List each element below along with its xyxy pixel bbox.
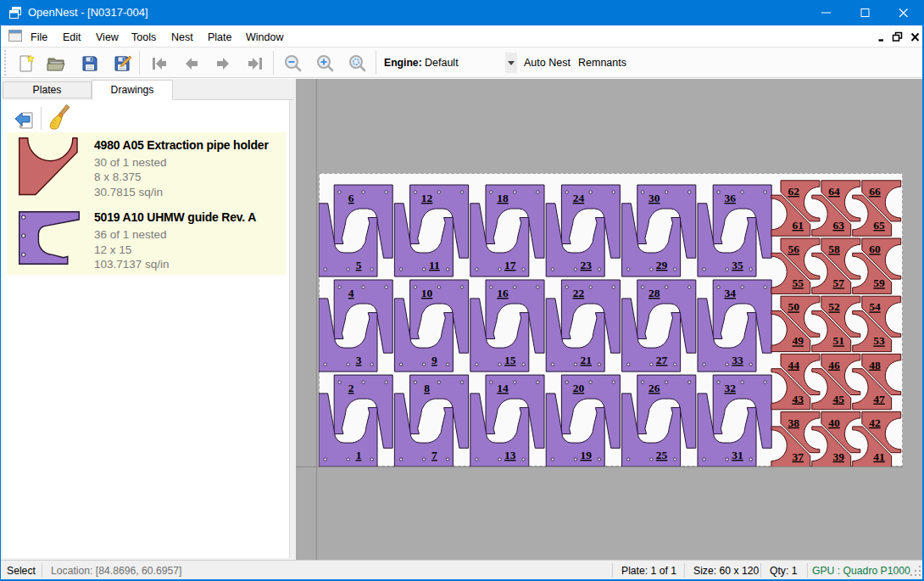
svg-text:42: 42: [869, 416, 881, 429]
svg-text:10: 10: [421, 287, 433, 299]
svg-text:20: 20: [573, 382, 585, 394]
svg-text:31: 31: [732, 449, 743, 461]
svg-text:19: 19: [580, 449, 592, 461]
svg-text:53: 53: [873, 334, 885, 347]
svg-text:14: 14: [497, 382, 509, 394]
svg-text:37: 37: [793, 450, 804, 463]
svg-text:40: 40: [828, 416, 840, 429]
svg-text:45: 45: [832, 393, 844, 405]
svg-text:41: 41: [873, 450, 885, 463]
svg-text:28: 28: [648, 287, 660, 299]
svg-text:16: 16: [497, 287, 509, 299]
svg-text:64: 64: [828, 185, 840, 198]
svg-text:57: 57: [832, 277, 844, 289]
svg-text:39: 39: [832, 450, 844, 463]
svg-text:1: 1: [356, 449, 362, 461]
svg-text:44: 44: [788, 359, 799, 372]
svg-text:23: 23: [580, 259, 592, 271]
svg-text:35: 35: [732, 259, 743, 271]
svg-text:2: 2: [348, 382, 354, 394]
svg-text:25: 25: [656, 449, 668, 461]
svg-text:56: 56: [788, 243, 799, 255]
svg-text:8: 8: [424, 382, 430, 394]
svg-text:21: 21: [580, 354, 592, 366]
svg-text:22: 22: [573, 287, 585, 299]
svg-text:6: 6: [348, 192, 354, 204]
svg-text:26: 26: [648, 382, 660, 394]
svg-text:17: 17: [504, 259, 516, 271]
svg-text:32: 32: [724, 382, 736, 394]
svg-text:33: 33: [732, 354, 743, 366]
svg-text:62: 62: [788, 185, 799, 198]
svg-text:66: 66: [869, 185, 881, 198]
svg-text:54: 54: [869, 300, 881, 313]
svg-text:3: 3: [356, 354, 362, 366]
svg-text:5: 5: [356, 259, 362, 271]
svg-text:30: 30: [648, 192, 660, 204]
svg-text:58: 58: [828, 243, 840, 255]
svg-text:55: 55: [793, 277, 804, 289]
svg-text:43: 43: [793, 393, 804, 405]
svg-text:29: 29: [656, 259, 668, 271]
svg-text:65: 65: [873, 219, 885, 232]
svg-text:63: 63: [832, 219, 844, 232]
svg-text:47: 47: [873, 393, 885, 405]
svg-text:36: 36: [724, 192, 736, 204]
svg-text:60: 60: [869, 243, 881, 255]
svg-text:11: 11: [429, 259, 440, 271]
svg-text:24: 24: [573, 192, 585, 204]
svg-text:15: 15: [504, 354, 516, 366]
svg-text:48: 48: [869, 359, 881, 372]
svg-text:12: 12: [421, 192, 433, 204]
svg-text:7: 7: [431, 449, 437, 461]
svg-text:27: 27: [656, 354, 668, 366]
svg-text:9: 9: [431, 354, 437, 366]
svg-text:61: 61: [793, 219, 804, 232]
svg-text:59: 59: [873, 277, 885, 289]
svg-text:38: 38: [788, 416, 799, 429]
svg-text:51: 51: [832, 334, 844, 347]
svg-text:50: 50: [788, 300, 799, 313]
svg-text:13: 13: [504, 449, 516, 461]
svg-text:4: 4: [348, 287, 354, 299]
svg-text:34: 34: [724, 287, 736, 299]
svg-text:49: 49: [793, 334, 804, 347]
svg-text:52: 52: [828, 300, 840, 313]
svg-text:46: 46: [828, 359, 840, 372]
svg-text:18: 18: [497, 192, 509, 204]
